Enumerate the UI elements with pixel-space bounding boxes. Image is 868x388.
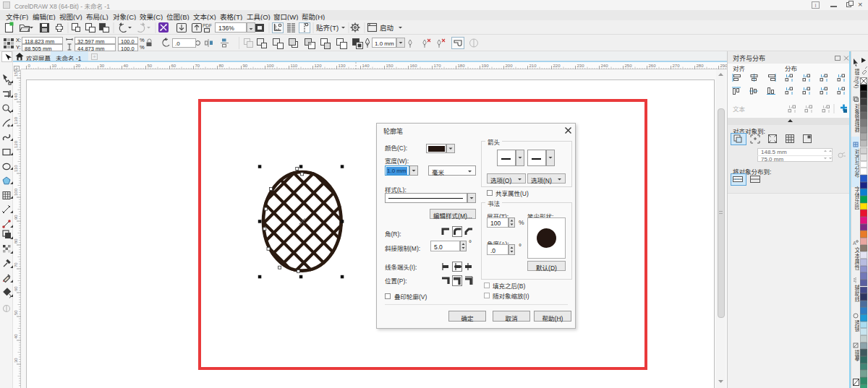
svg-text:220: 220 — [553, 64, 561, 68]
svg-text:260: 260 — [649, 64, 657, 68]
svg-text:50: 50 — [148, 64, 153, 68]
svg-text:90: 90 — [243, 64, 248, 68]
svg-text:180: 180 — [458, 64, 466, 68]
svg-text:170: 170 — [434, 64, 442, 68]
svg-text:190: 190 — [482, 64, 490, 68]
svg-text:启动: 启动 — [380, 24, 393, 32]
svg-text:PDF: PDF — [203, 23, 212, 28]
svg-text:200: 200 — [506, 64, 514, 68]
svg-text:110: 110 — [14, 165, 18, 172]
svg-text:70: 70 — [14, 262, 18, 267]
svg-text:210: 210 — [529, 64, 537, 68]
svg-text:0: 0 — [28, 64, 31, 68]
svg-text:40: 40 — [124, 64, 129, 68]
svg-text:130: 130 — [339, 64, 346, 68]
svg-text:90: 90 — [14, 215, 18, 220]
svg-text:270: 270 — [673, 64, 681, 68]
svg-text:150: 150 — [386, 64, 394, 68]
svg-text:30: 30 — [100, 64, 105, 68]
svg-text:250: 250 — [625, 64, 633, 68]
svg-text:110: 110 — [291, 64, 298, 68]
svg-text:280: 280 — [697, 64, 705, 68]
svg-text:230: 230 — [577, 64, 585, 68]
svg-text:60: 60 — [14, 286, 18, 291]
svg-text:140: 140 — [362, 64, 370, 68]
svg-text:130: 130 — [14, 116, 18, 124]
svg-text:240: 240 — [601, 64, 609, 68]
svg-text:10: 10 — [52, 64, 57, 68]
svg-text:60: 60 — [171, 64, 176, 68]
svg-text:70: 70 — [195, 64, 200, 68]
svg-text:100: 100 — [267, 64, 275, 68]
svg-text:140: 140 — [14, 92, 18, 100]
svg-text:贴齐(T): 贴齐(T) — [316, 24, 339, 32]
svg-text:50: 50 — [14, 310, 18, 315]
svg-text:100: 100 — [14, 188, 18, 196]
svg-text:80: 80 — [219, 64, 224, 68]
svg-text:160: 160 — [410, 64, 418, 68]
svg-text:120: 120 — [315, 64, 323, 68]
svg-text:30: 30 — [14, 358, 18, 363]
svg-text:40: 40 — [14, 334, 18, 339]
svg-text:120: 120 — [14, 140, 18, 148]
svg-text:20: 20 — [76, 64, 81, 68]
svg-text:80: 80 — [14, 238, 18, 243]
